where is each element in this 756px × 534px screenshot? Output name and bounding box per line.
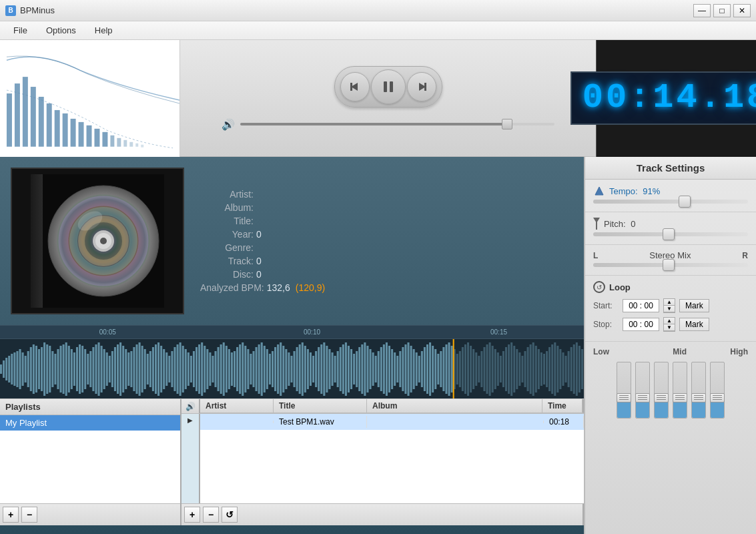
menu-file[interactable]: File bbox=[5, 23, 35, 38]
svg-rect-54 bbox=[46, 344, 48, 394]
svg-rect-254 bbox=[598, 192, 601, 195]
left-panel: Artist: Album: Title: Year: 0 bbox=[0, 157, 584, 534]
pitch-thumb[interactable] bbox=[663, 228, 675, 240]
svg-rect-79 bbox=[114, 347, 116, 391]
next-button[interactable] bbox=[407, 72, 436, 101]
eq-thumb-5[interactable] bbox=[691, 393, 706, 403]
tempo-thumb[interactable] bbox=[679, 196, 691, 208]
eq-thumb-1[interactable] bbox=[617, 393, 631, 403]
svg-rect-243 bbox=[559, 349, 561, 389]
eq-slider-4 bbox=[673, 362, 687, 429]
loop-start-mark[interactable]: Mark bbox=[679, 299, 709, 312]
svg-rect-112 bbox=[204, 346, 206, 392]
stereo-thumb[interactable] bbox=[663, 259, 675, 271]
svg-rect-229 bbox=[521, 356, 523, 382]
loop-start-up[interactable]: ▲ bbox=[664, 299, 675, 306]
svg-rect-248 bbox=[573, 344, 575, 394]
svg-rect-99 bbox=[168, 356, 170, 382]
loop-start-down[interactable]: ▼ bbox=[664, 306, 675, 312]
prev-button[interactable] bbox=[340, 72, 370, 101]
svg-rect-240 bbox=[551, 344, 553, 394]
svg-rect-39 bbox=[5, 358, 7, 380]
eq-slider-2 bbox=[635, 362, 650, 429]
cd-spine bbox=[31, 174, 43, 308]
volume-slider[interactable] bbox=[240, 123, 554, 125]
eq-thumb-4[interactable] bbox=[673, 393, 687, 403]
svg-rect-244 bbox=[562, 352, 564, 386]
svg-rect-239 bbox=[548, 347, 550, 391]
svg-rect-67 bbox=[81, 346, 83, 392]
waveform-display[interactable] bbox=[0, 339, 584, 398]
loop-start-input[interactable] bbox=[623, 299, 659, 312]
svg-rect-49 bbox=[33, 344, 35, 394]
restore-button[interactable]: □ bbox=[713, 4, 731, 17]
eq-thumb-2[interactable] bbox=[635, 393, 650, 403]
svg-rect-97 bbox=[163, 349, 165, 389]
svg-rect-170 bbox=[361, 344, 363, 394]
svg-rect-106 bbox=[187, 352, 190, 386]
eq-thumb-3[interactable] bbox=[654, 393, 669, 403]
svg-rect-180 bbox=[388, 346, 390, 392]
loop-stop-mark[interactable]: Mark bbox=[679, 318, 709, 331]
tempo-slider[interactable] bbox=[593, 200, 748, 204]
loop-stop-down[interactable]: ▼ bbox=[664, 324, 675, 331]
svg-rect-149 bbox=[304, 346, 306, 392]
svg-rect-25 bbox=[424, 83, 426, 91]
playlist-remove-button[interactable]: − bbox=[21, 507, 37, 523]
stereo-slider[interactable] bbox=[593, 263, 748, 267]
svg-rect-22 bbox=[384, 81, 387, 92]
svg-rect-40 bbox=[8, 356, 10, 382]
svg-rect-91 bbox=[147, 354, 149, 384]
track-remove-button[interactable]: − bbox=[203, 507, 219, 523]
svg-rect-75 bbox=[103, 349, 105, 389]
eq-section: Low Mid High bbox=[585, 342, 756, 534]
loop-start-label: Start: bbox=[593, 301, 619, 310]
svg-rect-234 bbox=[535, 346, 537, 392]
svg-rect-130 bbox=[252, 351, 254, 387]
svg-rect-175 bbox=[375, 356, 377, 382]
minimize-button[interactable]: — bbox=[693, 4, 711, 17]
svg-rect-47 bbox=[27, 351, 29, 387]
stereo-left-label: L bbox=[593, 251, 598, 260]
track-row[interactable]: Test BPM1.wav 00:18 bbox=[200, 414, 584, 430]
track-time: 00:18 bbox=[544, 416, 584, 428]
loop-stop-up[interactable]: ▲ bbox=[664, 318, 675, 324]
svg-rect-119 bbox=[223, 342, 225, 396]
meta-bpm: Analyzed BPM: 132,6 (120,9) bbox=[200, 282, 325, 293]
svg-rect-189 bbox=[413, 349, 415, 389]
close-button[interactable]: ✕ bbox=[733, 4, 751, 17]
svg-rect-70 bbox=[89, 351, 91, 387]
svg-rect-127 bbox=[244, 346, 246, 392]
svg-rect-247 bbox=[571, 347, 573, 391]
svg-rect-160 bbox=[334, 356, 336, 382]
eq-thumb-6[interactable] bbox=[710, 393, 725, 403]
playlist-add-button[interactable]: + bbox=[3, 507, 19, 523]
menu-help[interactable]: Help bbox=[87, 23, 121, 38]
title-bar: B BPMinus — □ ✕ bbox=[0, 0, 756, 21]
svg-rect-207 bbox=[462, 347, 464, 391]
menu-options[interactable]: Options bbox=[38, 23, 84, 38]
loop-start-row: Start: ▲ ▼ Mark bbox=[593, 298, 748, 313]
svg-rect-16 bbox=[123, 140, 127, 146]
svg-rect-146 bbox=[296, 347, 298, 391]
tracklist-icon-col: 🔊 bbox=[185, 402, 196, 411]
svg-rect-199 bbox=[440, 351, 442, 387]
svg-rect-98 bbox=[165, 352, 167, 386]
track-add-button[interactable]: + bbox=[184, 507, 200, 523]
track-refresh-button[interactable]: ↺ bbox=[222, 507, 238, 523]
menu-bar: File Options Help bbox=[0, 21, 756, 40]
volume-thumb[interactable] bbox=[502, 119, 512, 129]
pitch-slider[interactable] bbox=[593, 232, 748, 236]
svg-rect-177 bbox=[380, 347, 382, 391]
svg-rect-103 bbox=[179, 342, 181, 396]
svg-rect-132 bbox=[258, 344, 260, 394]
tempo-label: Tempo: 91% bbox=[609, 186, 660, 196]
svg-rect-86 bbox=[133, 347, 135, 391]
eq-slider-6 bbox=[710, 362, 725, 429]
volume-control: 🔊 bbox=[222, 118, 554, 131]
svg-rect-41 bbox=[11, 354, 13, 384]
playlist-item[interactable]: My Playlist bbox=[0, 415, 180, 431]
loop-stop-input[interactable] bbox=[623, 318, 659, 331]
pause-button[interactable] bbox=[371, 69, 406, 104]
svg-rect-186 bbox=[404, 344, 406, 394]
